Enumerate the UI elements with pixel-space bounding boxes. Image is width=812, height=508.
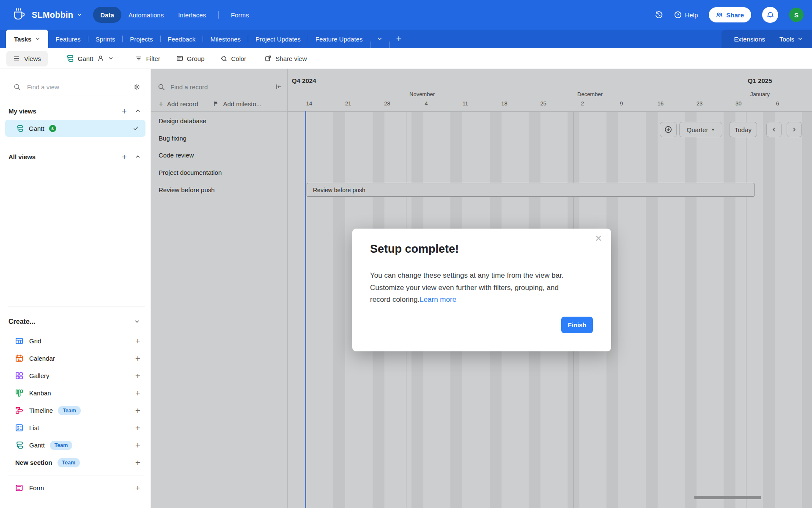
create-view-item[interactable]: Form + <box>0 479 151 497</box>
create-view-item[interactable]: New section Team + <box>0 454 151 471</box>
add-all-view-button[interactable]: + <box>122 152 127 161</box>
table-tab[interactable]: Feature Updates <box>308 30 370 48</box>
gantt-icon <box>15 441 23 449</box>
table-chevron-down-icon[interactable] <box>35 36 40 41</box>
finish-button[interactable]: Finish <box>561 317 593 333</box>
workspace-title[interactable]: SLMobbin <box>32 10 73 20</box>
find-view-placeholder: Find a view <box>27 83 59 91</box>
create-view-label: Timeline <box>29 407 53 414</box>
add-view-button[interactable]: + <box>135 483 140 492</box>
add-view-button[interactable]: + <box>135 458 140 467</box>
top-nav-item[interactable]: Interfaces <box>171 7 213 23</box>
create-view-item[interactable]: Grid + <box>0 332 151 350</box>
group-icon <box>176 55 183 62</box>
add-view-button[interactable]: + <box>135 337 140 345</box>
table-tab[interactable]: Sprints <box>88 30 123 48</box>
top-nav-item[interactable]: Automations <box>121 7 171 23</box>
add-view-button[interactable]: + <box>135 371 140 380</box>
create-title: Create... <box>8 318 35 326</box>
close-icon[interactable]: × <box>592 231 605 246</box>
filter-button[interactable]: Filter <box>135 55 160 62</box>
help-button[interactable]: ? Help <box>674 11 698 19</box>
my-views-chevron-up-icon[interactable] <box>135 108 140 113</box>
notifications-button[interactable] <box>762 7 778 23</box>
tools-label: Tools <box>779 36 794 43</box>
current-view-selector[interactable]: Gantt <box>66 55 114 62</box>
add-view-button[interactable]: + <box>135 423 140 432</box>
tools-button[interactable]: Tools <box>779 36 803 43</box>
gear-icon[interactable] <box>133 83 140 91</box>
add-my-view-button[interactable]: + <box>122 107 127 116</box>
extensions-button[interactable]: Extensions <box>734 36 765 43</box>
top-nav-item[interactable]: Forms <box>224 7 256 23</box>
modal-body-line: You can change these settings at any tim… <box>370 270 601 282</box>
table-tab[interactable]: Feedback <box>161 30 203 48</box>
create-view-label: Grid <box>29 337 41 345</box>
modal-body: You can change these settings at any tim… <box>370 270 601 306</box>
app-logo-cup-icon[interactable] <box>11 7 26 22</box>
color-button[interactable]: Color <box>220 55 246 62</box>
create-view-item[interactable]: 31 Calendar + <box>0 350 151 367</box>
gantt-view-icon <box>16 125 23 132</box>
filter-label: Filter <box>146 55 160 62</box>
table-tab[interactable]: Projects <box>123 30 160 48</box>
create-view-label: Form <box>29 484 44 491</box>
add-table-button[interactable]: + <box>390 30 409 48</box>
add-view-button[interactable]: + <box>135 441 140 450</box>
search-icon <box>14 83 21 91</box>
sidebar-view-gantt-selected[interactable]: Gantt s <box>5 120 145 137</box>
workspace-chevron-down-icon[interactable] <box>77 12 82 17</box>
create-section-header[interactable]: Create... <box>0 314 151 329</box>
help-label: Help <box>685 11 698 19</box>
all-views-chevron-up-icon[interactable] <box>135 154 140 159</box>
top-nav-item[interactable]: Data <box>93 7 121 23</box>
create-view-label: New section <box>15 459 52 466</box>
tables-chevron-down-icon[interactable] <box>370 30 389 48</box>
list-icon <box>15 424 23 432</box>
gallery-icon <box>15 372 23 380</box>
history-icon[interactable] <box>655 11 663 19</box>
share-label: Share <box>726 11 744 19</box>
add-view-button[interactable]: + <box>135 389 140 398</box>
create-view-list: Grid + 31 Calendar + Gall <box>0 332 151 497</box>
share-view-label: Share view <box>275 55 307 62</box>
table-tab[interactable]: Features <box>48 30 88 48</box>
create-view-item[interactable]: Gallery + <box>0 367 151 384</box>
filter-icon <box>135 55 142 62</box>
tools-chevron-down-icon <box>798 36 803 41</box>
create-view-item[interactable]: Kanban + <box>0 384 151 402</box>
create-view-item[interactable]: Gantt Team + <box>0 436 151 454</box>
user-avatar[interactable]: S <box>789 8 804 22</box>
form-icon <box>15 484 23 492</box>
find-view-search[interactable]: Find a view <box>0 78 151 95</box>
my-views-title: My views <box>8 108 36 115</box>
bell-icon <box>766 11 774 19</box>
color-label: Color <box>231 55 246 62</box>
setup-complete-modal: × Setup complete! You can change these s… <box>352 229 611 351</box>
gantt-view-icon <box>66 55 74 62</box>
share-button[interactable]: Share <box>709 7 751 22</box>
table-tab[interactable]: Milestones <box>203 30 248 48</box>
group-button[interactable]: Group <box>176 55 205 62</box>
tab-tasks-active[interactable]: Tasks <box>6 30 48 48</box>
sidebar-divider <box>8 475 144 475</box>
all-views-title: All views <box>8 153 36 160</box>
help-circle-icon: ? <box>674 11 682 19</box>
share-view-button[interactable]: Share view <box>265 55 307 62</box>
svg-text:?: ? <box>677 12 680 17</box>
create-view-item[interactable]: List + <box>0 419 151 436</box>
table-tab[interactable]: Project Updates <box>248 30 308 48</box>
views-button[interactable]: Views <box>6 51 48 66</box>
modal-body-line: Customize your view even further with fi… <box>370 282 601 294</box>
add-view-button[interactable]: + <box>135 354 140 363</box>
hamburger-icon <box>13 55 20 62</box>
learn-more-link[interactable]: Learn more <box>420 295 456 304</box>
views-sidebar: Find a view My views + Gantt s All views… <box>0 69 151 508</box>
create-view-label: List <box>29 424 39 431</box>
create-view-item[interactable]: Timeline Team + <box>0 402 151 419</box>
tabbar-right-section: Extensions Tools <box>721 30 812 48</box>
people-icon <box>716 11 723 18</box>
add-view-button[interactable]: + <box>135 406 140 415</box>
view-chevron-down-icon[interactable] <box>108 56 113 61</box>
grid-icon <box>15 337 23 345</box>
